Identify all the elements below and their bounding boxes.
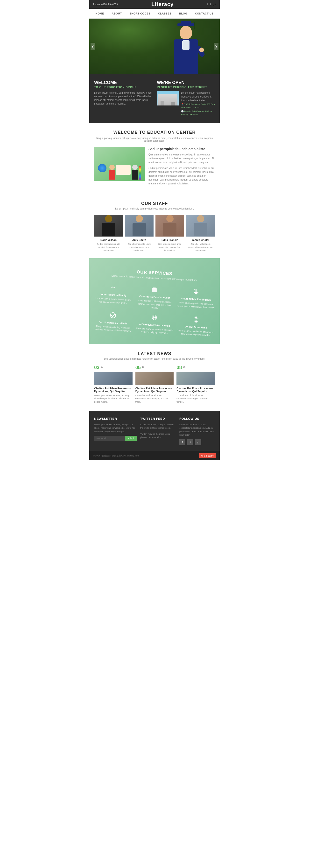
staff-desc-3: Sed ut perspiciatis unde omnis iste accu…	[155, 243, 184, 252]
edu-content-title: Sed ut perspiciatis unde omnis iste	[149, 147, 215, 151]
news-day-2: 05	[135, 365, 141, 370]
edu-center-content: Sed ut perspiciatis unde omnis iste Quis…	[94, 147, 215, 188]
twitter-text2: Twitter: may be the more visual platform…	[140, 432, 176, 439]
news-item-1: 03 15 Claritas Est Etiam Processus Dynam…	[94, 365, 132, 404]
social-links: f t g+	[207, 3, 216, 6]
news-subtitle: Sed ut perspiciatis unde omnis iste natu…	[94, 358, 215, 360]
staff-card-2: Amy Smith Sed ut perspiciatis unde omnis…	[125, 215, 154, 252]
twitter-icon[interactable]: t	[210, 3, 211, 6]
nav-home[interactable]: HOME	[92, 9, 108, 18]
nav-about[interactable]: ABOUT	[108, 9, 126, 18]
svg-marker-3	[194, 292, 198, 295]
service-desc-3: Many desktop publishing packages 'lorem …	[177, 301, 215, 309]
service-title-4: Sed Ut Perspiciatis Unde	[94, 320, 132, 325]
svg-point-5	[110, 312, 116, 318]
main-nav: HOME ABOUT SHORT CODES CLASSES BLOG CONT…	[89, 9, 220, 19]
hero-next-btn[interactable]: ❯	[214, 43, 218, 50]
open-text: Lorem Ipsum has been the industry's sinc…	[181, 91, 215, 102]
service-icon-4	[109, 311, 117, 320]
follow-title: FOLLOW US	[179, 417, 215, 421]
nav-blog[interactable]: BLOG	[175, 9, 191, 18]
news-month-1: 15	[101, 366, 103, 368]
follow-text: Lorem ipsum dolor sit amet, consectetur …	[179, 423, 215, 437]
news-day-3: 08	[177, 365, 182, 370]
staff-photo-4	[186, 215, 215, 237]
welcome-text: Lorem Ipsum is simply dummy printing ind…	[94, 91, 152, 105]
follow-googleplus[interactable]: g+	[195, 439, 201, 445]
education-center-section: WELCOME TO EDUCATION CENTER Neque porro …	[89, 123, 220, 195]
staff-card-3: Edna Francis Sed ut perspiciatis unde om…	[155, 215, 184, 252]
staff-grid: Doris Wilson Sed ut perspiciatis unde om…	[94, 215, 215, 252]
welcome-right-content: Lorem Ipsum has been the industry's sinc…	[157, 91, 215, 117]
news-month-2: 15	[142, 366, 144, 368]
welcome-title: WELCOME	[94, 80, 152, 85]
welcome-info: Lorem Ipsum has been the industry's sinc…	[181, 91, 215, 117]
clock-icon: 🕐	[181, 110, 184, 113]
tassel	[194, 22, 194, 29]
service-title-6: On The Other Hand	[177, 324, 215, 329]
staff-name-3: Edna Francis	[155, 239, 184, 241]
services-inner: OUR SERVICES Lorem ipsum is simply error…	[94, 267, 215, 337]
newsletter-submit[interactable]: Submit	[125, 436, 136, 441]
cta-button[interactable]: 现在下载领取	[199, 453, 216, 458]
site-title: Literacy	[151, 1, 174, 7]
svg-rect-1	[153, 287, 156, 289]
news-desc-1: Lorem ipsum dolor sit amet, nonumy eirmo…	[94, 394, 132, 404]
staff-name-4: Jennie Crigler	[186, 239, 215, 241]
newsletter-input[interactable]	[94, 436, 125, 441]
service-title-1: Lorem Ipsum Is Simply	[94, 292, 132, 297]
news-date-2: 05 15	[135, 365, 174, 370]
top-bar: Phone: +128-546-6853 Literacy f t g+	[89, 0, 220, 9]
googleplus-icon[interactable]: g+	[213, 3, 216, 6]
edu-image	[94, 147, 145, 181]
edu-text: Sed ut perspiciatis unde omnis iste Quis…	[149, 147, 215, 188]
footer-follow: FOLLOW US Lorem ipsum dolor sit amet, co…	[179, 417, 215, 445]
news-title-3: Claritas Est Etiam Processus Dynamicus, …	[177, 387, 215, 393]
nav-shortcodes[interactable]: SHORT CODES	[126, 9, 154, 18]
service-desc-1: Lorem ipsum is simply. Lorem ipsum has b…	[94, 297, 132, 305]
svg-rect-0	[152, 288, 157, 292]
service-icon-6	[192, 315, 200, 324]
location-icon: 📍	[181, 103, 184, 105]
news-section: LATEST NEWS Sed ut perspiciatis unde omn…	[89, 344, 220, 411]
were-open-title: WE'RE OPEN	[157, 80, 215, 85]
footer-newsletter: NEWSLETTER Lorem ipsum dolor sit amet, t…	[94, 417, 136, 445]
book-shape	[116, 165, 131, 175]
service-icon-5	[150, 313, 159, 322]
newsletter-title: NEWSLETTER	[94, 417, 136, 421]
nav-classes[interactable]: CLASSES	[154, 9, 175, 18]
newsletter-form: Submit	[94, 436, 136, 441]
services-grid: ✏ Lorem Ipsum Is Simply Lorem ipsum is s…	[94, 282, 215, 337]
staff-desc-4: Sed ut et voluptatem accusantium dolorem…	[186, 243, 215, 252]
welcome-section: WELCOME TO OUR EDUCATION GROUP Lorem Ips…	[89, 74, 220, 123]
service-item-4: Sed Ut Perspiciatis Unde Many desktop pu…	[94, 310, 132, 333]
hero-section: ❮ ❯	[89, 19, 220, 74]
follow-facebook[interactable]: f	[179, 439, 185, 445]
bottom-bar: © 2014 阿里资源网 收集整理 www.aaarzzy.com 现在下载领取	[89, 452, 220, 460]
nav-contact[interactable]: CONTACT US	[191, 9, 217, 18]
staff-photo-3	[155, 215, 184, 237]
staff-card-4: Jennie Crigler Sed ut et voluptatem accu…	[186, 215, 215, 252]
edu-center-title: WELCOME TO EDUCATION CENTER	[94, 130, 215, 135]
edu-content-text2: Sed ut perspiciatis vel eum iure reprehe…	[149, 166, 215, 186]
staff-name-1: Doris Wilson	[94, 239, 123, 241]
service-item-6: On The Other Hand There are many variati…	[177, 314, 215, 337]
follow-twitter[interactable]: t	[187, 439, 193, 445]
hero-person	[164, 21, 208, 74]
news-image-1	[94, 372, 132, 385]
svg-rect-2	[195, 289, 196, 292]
facebook-icon[interactable]: f	[207, 3, 208, 6]
service-item-3: Soluta Nobile Est Eligendi Many desktop …	[177, 286, 215, 313]
address: 📍 795 Folsom Ave, Suite 600,San Francisc…	[181, 102, 215, 110]
service-desc-4: Many desktop publishing packages and web…	[94, 324, 132, 333]
news-title-2: Claritas Est Etiam Processus Dynamicus, …	[135, 387, 174, 393]
service-desc-5: There are many variations of passages lo…	[136, 327, 174, 335]
service-title-3: Soluta Nobile Est Eligendi	[177, 297, 215, 302]
service-title-2: Contrary To Popular Belief	[136, 295, 174, 299]
edu-center-subtitle: Neque porro quisquam est, qui dolorem ip…	[94, 137, 215, 142]
service-icon-1: ✏	[109, 283, 117, 292]
hero-prev-btn[interactable]: ❮	[91, 43, 95, 50]
follow-social: f t g+	[179, 439, 215, 445]
service-item-5: At Vero Eos Et Accusamus There are many …	[136, 312, 174, 335]
pencils	[139, 166, 141, 180]
